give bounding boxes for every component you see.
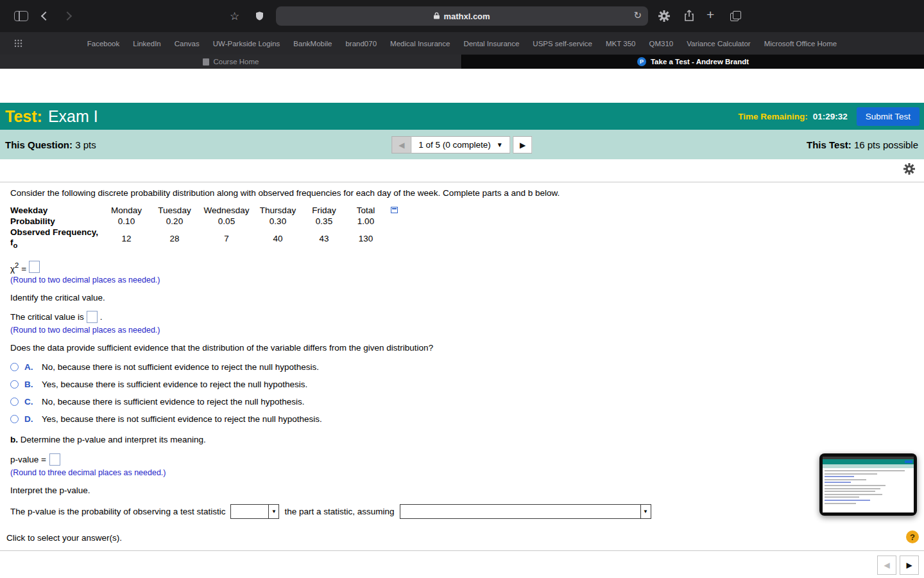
assumption-dropdown[interactable]: ▼	[400, 504, 651, 519]
page-header: 2021 - Spring- QM310 Andrew Brandt | 03/…	[0, 69, 924, 103]
round-note-2: (Round to two decimal places as needed.)	[10, 326, 914, 335]
chi-square-label: χ2 =	[10, 261, 26, 274]
chi-square-answer-box[interactable]	[29, 261, 40, 273]
test-name: Exam I	[48, 107, 98, 126]
bookmark-microsoft-office-home[interactable]: Microsoft Office Home	[764, 40, 837, 48]
option-d: D. Yes, because there is not sufficient …	[10, 414, 914, 424]
comparison-dropdown[interactable]: ▼	[230, 504, 279, 519]
option-a-radio[interactable]	[10, 363, 19, 371]
p-value-sentence: The p-value is the probability of observ…	[10, 504, 914, 519]
this-question-pts: 3 pts	[75, 139, 96, 150]
critical-value-text: The critical value is	[10, 312, 84, 322]
lock-icon	[434, 12, 440, 21]
option-b: B. Yes, because there is sufficient evid…	[10, 380, 914, 389]
round-note-3: (Round to three decimal places as needed…	[10, 468, 914, 477]
bookmark-usps-self-service[interactable]: USPS self-service	[533, 40, 592, 48]
settings-gear-icon[interactable]	[658, 10, 670, 24]
share-icon[interactable]	[684, 10, 694, 24]
address-bar[interactable]: mathxl.com ↻	[276, 6, 648, 26]
bookmark-uw-parkside-logins[interactable]: UW-Parkside Logins	[213, 40, 280, 48]
question-navigation: ◀ 1 of 5 (0 complete) ▼ ▶	[391, 136, 532, 153]
next-question-button[interactable]: ▶	[513, 136, 533, 153]
table-row: Weekday Monday Tuesday Wednesday Thursda…	[10, 205, 914, 216]
tab-take-a-test-label: Take a Test - Andrew Brandt	[651, 58, 749, 66]
page-icon	[203, 58, 209, 66]
help-button[interactable]: ?	[906, 530, 919, 543]
bottom-navigation-bar: ◀ ▶	[0, 550, 924, 578]
apps-grid-icon[interactable]	[14, 39, 22, 49]
divider	[0, 182, 924, 182]
p-value-row: p-value =	[10, 453, 914, 466]
option-a: A. No, because there is not sufficient e…	[10, 362, 914, 372]
tab-course-home-label: Course Home	[214, 58, 259, 66]
bookmark-dental-insurance[interactable]: Dental Insurance	[463, 40, 519, 48]
bookmark-canvas[interactable]: Canvas	[175, 40, 200, 48]
click-to-select-hint: Click to select your answer(s).	[6, 533, 122, 543]
pip-preview-window[interactable]	[819, 453, 917, 516]
weekday-label: Weekday	[10, 205, 103, 216]
chevron-down-icon: ▼	[640, 505, 651, 518]
next-page-button[interactable]: ▶	[900, 556, 919, 575]
forward-icon[interactable]	[63, 12, 72, 21]
tab-take-a-test[interactable]: P Take a Test - Andrew Brandt	[462, 55, 924, 69]
table-row: Observed Frequency, fo 12 28 7 40 43 130	[10, 227, 914, 250]
table-row: Probability 0.10 0.20 0.05 0.30 0.35 1.0…	[10, 216, 914, 227]
pearson-logo-icon: P	[637, 57, 646, 66]
question-progress-text: 1 of 5 (0 complete)	[418, 140, 491, 150]
bookmark-variance-calculator[interactable]: Variance Calculator	[687, 40, 751, 48]
critical-value-row: The critical value is .	[10, 311, 914, 323]
critical-value-intro: Identify the critical value.	[10, 293, 914, 302]
option-c-radio[interactable]	[10, 398, 19, 406]
p-value-sentence-1: The p-value is the probability of observ…	[10, 507, 225, 516]
option-c: C. No, because there is sufficient evide…	[10, 397, 914, 407]
tab-course-home[interactable]: Course Home	[0, 55, 462, 69]
browser-toolbar: ☆ mathxl.com ↻ +	[0, 0, 924, 32]
question-select-dropdown[interactable]: 1 of 5 (0 complete) ▼	[411, 136, 510, 153]
popout-table-icon[interactable]	[391, 207, 398, 213]
this-test-pts: 16 pts possible	[854, 139, 918, 150]
assumption-dropdown-value	[400, 505, 640, 518]
probability-table: Weekday Monday Tuesday Wednesday Thursda…	[10, 205, 914, 250]
chi-square-row: χ2 =	[10, 261, 914, 273]
comparison-dropdown-value	[231, 505, 268, 518]
tab-overview-icon[interactable]	[730, 11, 741, 21]
this-question-points: This Question: 3 pts	[5, 139, 96, 150]
bookmark-brand070[interactable]: brand070	[345, 40, 377, 48]
bookmark-qm310[interactable]: QM310	[649, 40, 673, 48]
p-value-sentence-2: the part a statistic, assuming	[284, 507, 394, 516]
pip-page-thumbnail	[823, 457, 914, 512]
time-remaining-value: 01:29:32	[813, 112, 848, 121]
previous-question-button[interactable]: ◀	[391, 136, 411, 153]
probability-label: Probability	[10, 216, 103, 227]
bookmark-medical-insurance[interactable]: Medical Insurance	[390, 40, 450, 48]
question-content: Consider the following discrete probabil…	[0, 159, 924, 550]
bookmark-mkt-350[interactable]: MKT 350	[606, 40, 635, 48]
question-intro: Consider the following discrete probabil…	[10, 188, 914, 198]
test-label: Test:	[5, 107, 42, 126]
critical-value-answer-box[interactable]	[87, 311, 98, 323]
part-b-heading: b. Determine the p-value and interpret i…	[10, 435, 914, 444]
bookmark-facebook[interactable]: Facebook	[87, 40, 120, 48]
new-tab-icon[interactable]: +	[706, 7, 714, 22]
bookmark-bankmobile[interactable]: BankMobile	[293, 40, 332, 48]
bookmark-linkedin[interactable]: LinkedIn	[133, 40, 160, 48]
evidence-question: Does the data provide sufficient evidenc…	[10, 343, 914, 353]
time-remaining-label: Time Remaining:	[738, 112, 808, 121]
multiple-choice-options: A. No, because there is not sufficient e…	[10, 362, 914, 424]
submit-test-button[interactable]: Submit Test	[857, 107, 920, 126]
bookmarks-bar: Facebook LinkedIn Canvas UW-Parkside Log…	[0, 32, 924, 55]
reload-icon[interactable]: ↻	[633, 10, 642, 21]
question-status-bar: This Question: 3 pts ◀ 1 of 5 (0 complet…	[0, 130, 924, 159]
question-settings-gear-icon[interactable]	[903, 163, 915, 177]
bookmark-star-icon[interactable]: ☆	[230, 10, 239, 23]
sidebar-toggle-icon[interactable]	[14, 11, 28, 21]
previous-page-button[interactable]: ◀	[877, 556, 896, 575]
p-value-answer-box[interactable]	[49, 453, 60, 466]
option-d-radio[interactable]	[10, 415, 19, 423]
chevron-down-icon: ▼	[268, 505, 278, 518]
option-b-radio[interactable]	[10, 380, 19, 389]
back-icon[interactable]	[41, 12, 50, 21]
this-test-label: This Test:	[807, 139, 851, 150]
test-banner: Test: Exam I Time Remaining: 01:29:32 Su…	[0, 103, 924, 130]
privacy-shield-icon[interactable]	[255, 11, 264, 24]
